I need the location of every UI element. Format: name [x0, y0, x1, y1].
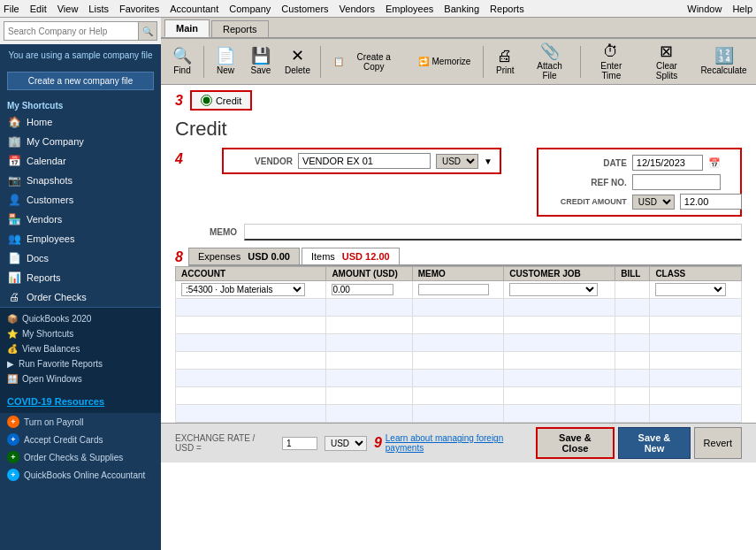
print-button[interactable]: 🖨 Print	[489, 46, 521, 77]
exchange-rate-input[interactable]	[282, 437, 317, 450]
memo-input[interactable]	[244, 224, 742, 241]
sidebar-item-mycompany[interactable]: 🏢 My Company	[0, 132, 161, 151]
label-myshortcuts: My Shortcuts	[22, 329, 73, 339]
credit-currency-select[interactable]: USD	[632, 195, 675, 210]
sidebar-label-docs: Docs	[27, 253, 49, 264]
creditcards-icon: +	[7, 433, 19, 446]
menu-edit[interactable]: Edit	[30, 4, 47, 14]
sidebar-item-openwindows[interactable]: 🪟 Open Windows	[0, 371, 161, 386]
recalculate-button[interactable]: 🔢 Recalculate	[697, 46, 751, 77]
vendor-input[interactable]	[298, 153, 431, 169]
save-new-button[interactable]: Save & New	[618, 427, 690, 459]
save-close-button[interactable]: Save & Close	[536, 427, 615, 459]
menu-vendors[interactable]: Vendors	[340, 4, 375, 14]
sidebar-item-calendar[interactable]: 📅 Calendar	[0, 151, 161, 171]
covid-section: COVID-19 Resources	[0, 390, 161, 413]
sidebar-label-mycompany: My Company	[27, 136, 84, 147]
class-select[interactable]	[655, 283, 726, 296]
covid-link[interactable]: COVID-19 Resources	[7, 393, 154, 409]
menu-banking[interactable]: Banking	[444, 4, 479, 14]
date-label: DATE	[547, 158, 627, 168]
refno-input[interactable]	[632, 174, 721, 190]
account-select[interactable]: :54300 · Job Materials	[181, 283, 305, 296]
sidebar-item-docs[interactable]: 📄 Docs	[0, 248, 161, 268]
delete-button[interactable]: ✕ Delete	[280, 46, 315, 77]
find-button[interactable]: 🔍 Find	[166, 46, 198, 77]
exchange-currency-select[interactable]: USD	[325, 436, 367, 451]
menu-reports[interactable]: Reports	[490, 4, 524, 14]
row-memo-input[interactable]	[418, 284, 489, 295]
sidebar-item-orderchecks[interactable]: 🖨 Order Checks	[0, 287, 161, 307]
new-button[interactable]: 📄 New	[210, 46, 241, 77]
tab-reports[interactable]: Reports	[211, 20, 269, 37]
tab-main[interactable]: Main	[164, 19, 210, 37]
calendar-icon: 📅	[7, 155, 21, 167]
tab-items[interactable]: Items USD 12.00	[302, 248, 400, 264]
menu-accountant[interactable]: Accountant	[170, 4, 218, 14]
memorize-button[interactable]: 🔁 Memorize	[411, 53, 478, 70]
sidebar-bottom: 📦 QuickBooks 2020 ⭐ My Shortcuts 💰 View …	[0, 307, 161, 390]
create-copy-button[interactable]: 📋 Create a Copy	[326, 49, 408, 75]
sidebar-item-viewbalances[interactable]: 💰 View Balances	[0, 341, 161, 356]
credit-radio[interactable]	[201, 95, 212, 106]
menu-window[interactable]: Window	[687, 4, 722, 14]
menu-company[interactable]: Company	[229, 4, 271, 14]
action-qbaccountant[interactable]: + QuickBooks Online Accountant	[0, 466, 161, 484]
sidebar-item-runreports[interactable]: ▶ Run Favorite Reports	[0, 356, 161, 371]
sidebar-item-myshortcuts[interactable]: ⭐ My Shortcuts	[0, 326, 161, 341]
menu-employees[interactable]: Employees	[386, 4, 433, 14]
menu-view[interactable]: View	[57, 4, 79, 14]
sidebar-item-snapshots[interactable]: 📷 Snapshots	[0, 171, 161, 190]
sidebar-item-employees[interactable]: 👥 Employees	[0, 229, 161, 248]
expenses-amount: USD 0.00	[248, 251, 290, 262]
createcopy-label: Create a Copy	[347, 52, 401, 72]
col-customerjob: CUSTOMER JOB	[504, 267, 615, 281]
enter-time-button[interactable]: ⏱ Enter Time	[586, 42, 637, 82]
learn-link[interactable]: Learn about managing foreign payments	[386, 433, 525, 453]
tab-expenses[interactable]: Expenses USD 0.00	[188, 248, 300, 264]
action-payroll[interactable]: + Turn on Payroll	[0, 413, 161, 431]
menu-file[interactable]: File	[4, 4, 19, 14]
vendor-currency-select[interactable]: USD	[436, 154, 478, 169]
attach-file-button[interactable]: 📎 Attach File	[524, 42, 574, 82]
clearsplits-label: Clear Splits	[645, 61, 688, 80]
revert-button[interactable]: Revert	[694, 427, 742, 459]
action-creditcards[interactable]: + Accept Credit Cards	[0, 431, 161, 448]
new-label: New	[217, 65, 234, 75]
label-orderchecks2: Order Checks & Supplies	[24, 453, 123, 462]
create-company-button[interactable]: Create a new company file	[7, 72, 154, 90]
menu-customers[interactable]: Customers	[281, 4, 328, 14]
sidebar-item-reports[interactable]: 📊 Reports	[0, 268, 161, 287]
menu-lists[interactable]: Lists	[88, 4, 109, 14]
recalculate-icon: 🔢	[714, 48, 734, 64]
sidebar-item-qb2020[interactable]: 📦 QuickBooks 2020	[0, 311, 161, 326]
memorize-label: Memorize	[432, 57, 471, 66]
clear-splits-button[interactable]: ⊠ Clear Splits	[640, 42, 693, 82]
customerjob-select[interactable]	[509, 283, 598, 296]
menu-help[interactable]: Help	[732, 4, 752, 14]
sidebar-label-vendors: Vendors	[27, 214, 62, 225]
save-button[interactable]: 💾 Save	[245, 46, 277, 77]
docs-icon: 📄	[7, 252, 21, 264]
toolbar: 🔍 Find 📄 New 💾 Save ✕ Delete 📋 Create a …	[161, 39, 756, 85]
entertime-icon: ⏱	[603, 43, 619, 59]
print-label: Print	[496, 65, 515, 75]
credit-amount-label: CREDIT AMOUNT	[547, 197, 627, 206]
step8-badge: 8	[175, 249, 183, 265]
date-input[interactable]	[632, 155, 703, 171]
sidebar-item-customers[interactable]: 👤 Customers	[0, 190, 161, 210]
credit-amount-input[interactable]	[680, 194, 742, 210]
menu-favorites[interactable]: Favorites	[119, 4, 159, 14]
toolbar-sep-4	[580, 46, 581, 78]
amount-input[interactable]	[332, 284, 393, 295]
credit-radio-tab[interactable]: Credit	[190, 90, 252, 111]
sidebar-item-vendors[interactable]: 🏪 Vendors	[0, 210, 161, 229]
payroll-icon: +	[7, 416, 19, 428]
search-input[interactable]	[4, 25, 138, 38]
search-button[interactable]: 🔍	[138, 22, 157, 40]
sidebar-item-home[interactable]: 🏠 Home	[0, 112, 161, 132]
calendar-picker-icon[interactable]: 📅	[708, 157, 721, 169]
action-orderchecks[interactable]: + Order Checks & Supplies	[0, 448, 161, 466]
col-amount: AMOUNT (USD)	[326, 267, 412, 281]
employees-icon: 👥	[7, 233, 21, 245]
